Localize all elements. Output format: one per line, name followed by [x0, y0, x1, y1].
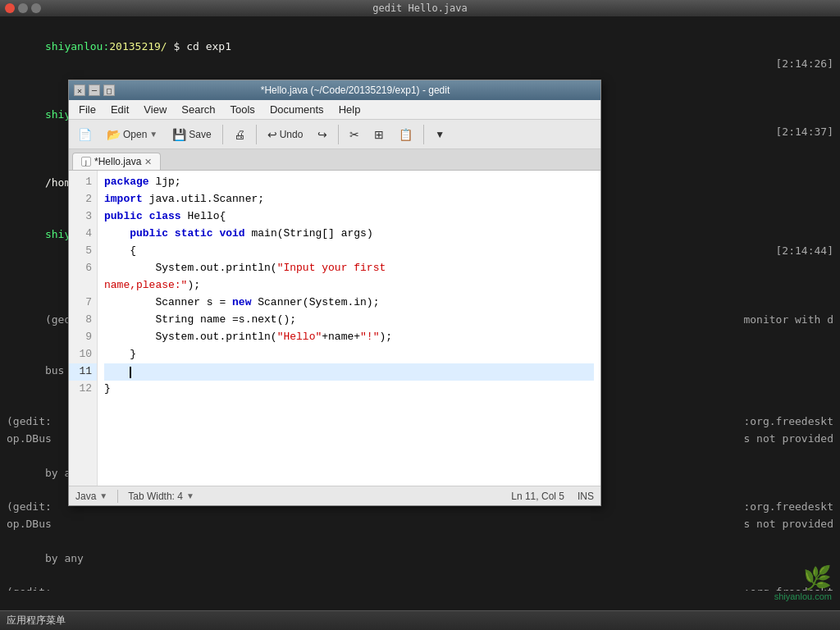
- taskbar: 应用程序菜单: [0, 610, 840, 630]
- kw-static: static: [175, 226, 213, 243]
- watermark: 🌿 shiyanlou.com: [774, 564, 832, 601]
- toolbar-sep-4: [423, 125, 424, 144]
- line-num-8: 8: [69, 312, 97, 329]
- line-num-3: 3: [69, 208, 97, 226]
- code-area[interactable]: package ljp; import java.util.Scanner; p…: [98, 171, 600, 486]
- print-icon: 🖨: [234, 128, 245, 141]
- string-1-cont: name,please:": [104, 277, 187, 294]
- status-tab-width[interactable]: Tab Width: 4 ▼: [128, 491, 194, 502]
- open-dropdown-arrow: ▼: [149, 130, 158, 139]
- gedit-min-btn[interactable]: ─: [89, 84, 100, 96]
- code-line-5: {: [104, 243, 594, 260]
- status-right: Ln 11, Col 5 INS: [511, 491, 594, 502]
- line-num-11: 11: [69, 363, 97, 381]
- menu-documents[interactable]: Documents: [263, 102, 331, 117]
- language-dropdown-arrow: ▼: [99, 491, 107, 500]
- terminal-line-11: op.DBus s not provided: [7, 516, 833, 533]
- kw-import: import: [104, 191, 143, 208]
- toolbar-redo-btn[interactable]: ↪: [312, 125, 333, 144]
- terminal-line-13: (gedit: :org.freedeskt: [7, 584, 833, 591]
- line-num-7: 7: [69, 294, 97, 312]
- toolbar-print-btn[interactable]: 🖨: [228, 125, 251, 144]
- kw-class: class: [149, 208, 181, 226]
- kw-public-3: public: [104, 208, 143, 226]
- string-2: "Hello": [277, 329, 322, 346]
- toolbar-paste-btn[interactable]: 📋: [393, 125, 418, 144]
- gedit-window: ✕ ─ □ *Hello.java (~/Code/20135219/exp1)…: [68, 80, 601, 506]
- status-sep-1: [117, 490, 118, 503]
- code-line-8: String name =s.next();: [104, 312, 594, 329]
- menu-help[interactable]: Help: [332, 102, 368, 117]
- terminal-window-controls: [5, 3, 41, 13]
- kw-void: void: [219, 226, 244, 243]
- line-num-9: 9: [69, 329, 97, 346]
- tab-width-label: Tab Width: 4: [128, 491, 183, 502]
- tab-file-icon: j: [81, 157, 91, 167]
- code-line-4: public static void main(String[] args): [104, 226, 594, 243]
- text-cursor: [130, 367, 131, 378]
- code-line-10: }: [104, 346, 594, 363]
- save-icon: 💾: [172, 128, 186, 141]
- terminal-line-12: by any: [7, 533, 833, 584]
- code-line-1: package ljp;: [104, 174, 594, 191]
- menu-file[interactable]: File: [72, 102, 103, 117]
- code-line-6-cont: name,please:");: [104, 277, 594, 294]
- kw-package: package: [104, 174, 149, 191]
- menu-view[interactable]: View: [137, 102, 173, 117]
- kw-public-4: public: [130, 226, 168, 243]
- redo-icon: ↪: [317, 128, 327, 141]
- language-label: Java: [75, 491, 96, 502]
- app-menu-label[interactable]: 应用程序菜单: [7, 614, 66, 628]
- undo-icon: ↩: [267, 128, 277, 141]
- toolbar-sep-1: [222, 125, 223, 144]
- toolbar-new-btn[interactable]: 📄: [72, 125, 98, 144]
- gedit-statusbar: Java ▼ Tab Width: 4 ▼ Ln 11, Col 5 INS: [69, 486, 600, 505]
- toolbar-copy-btn[interactable]: ⊞: [368, 125, 390, 144]
- gedit-titlebar: ✕ ─ □ *Hello.java (~/Code/20135219/exp1)…: [69, 80, 600, 100]
- gedit-menubar: File Edit View Search Tools Documents He…: [69, 100, 600, 120]
- line-num-1: 1: [69, 174, 97, 191]
- tab-label: *Hello.java: [94, 156, 141, 167]
- code-line-6: System.out.println("Input your first: [104, 260, 594, 277]
- gedit-tab-hello[interactable]: j *Hello.java ✕: [72, 153, 161, 170]
- toolbar-save-btn[interactable]: 💾 Save: [167, 125, 217, 144]
- paste-icon: 📋: [399, 128, 413, 141]
- terminal-max-btn[interactable]: [31, 3, 41, 13]
- toolbar-save-label: Save: [189, 129, 211, 140]
- terminal-min-btn[interactable]: [18, 3, 28, 13]
- toolbar-undo-btn[interactable]: ↩ Undo: [262, 125, 309, 144]
- watermark-logo: 🌿: [774, 564, 832, 591]
- toolbar-more-btn[interactable]: ▼: [429, 126, 450, 144]
- cursor-position: Ln 11, Col 5: [511, 491, 564, 502]
- line-num-10: 10: [69, 346, 97, 363]
- toolbar-undo-label: Undo: [280, 129, 304, 140]
- line-num-4: 4: [69, 226, 97, 243]
- toolbar-sep-2: [256, 125, 257, 144]
- menu-edit[interactable]: Edit: [104, 102, 135, 117]
- menu-tools[interactable]: Tools: [224, 102, 262, 117]
- toolbar-cut-btn[interactable]: ✂: [344, 125, 365, 144]
- copy-icon: ⊞: [374, 128, 384, 141]
- gedit-max-btn[interactable]: □: [103, 84, 115, 96]
- toolbar-sep-3: [338, 125, 339, 144]
- line-num-2: 2: [69, 191, 97, 208]
- code-line-7: Scanner s = new Scanner(System.in);: [104, 294, 594, 312]
- status-language[interactable]: Java ▼: [75, 491, 107, 502]
- tab-close-btn[interactable]: ✕: [144, 157, 152, 167]
- tab-width-dropdown-arrow: ▼: [186, 491, 194, 500]
- more-icon: ▼: [435, 129, 445, 140]
- gedit-toolbar: 📄 📂 Open ▼ 💾 Save 🖨 ↩ Undo ↪ ✂ ⊞: [69, 120, 600, 149]
- terminal-close-btn[interactable]: [5, 3, 15, 13]
- line-numbers: 1 2 3 4 5 6 7 8 9 10 11 12: [69, 171, 98, 486]
- gedit-close-btn[interactable]: ✕: [74, 84, 85, 96]
- new-file-icon: 📄: [78, 128, 92, 141]
- menu-search[interactable]: Search: [175, 102, 221, 117]
- code-line-2: import java.util.Scanner;: [104, 191, 594, 208]
- gedit-editor[interactable]: 1 2 3 4 5 6 7 8 9 10 11 12 package ljp; …: [69, 171, 600, 486]
- watermark-text: shiyanlou.com: [774, 591, 832, 601]
- terminal-title: gedit Hello.java: [372, 1, 468, 16]
- terminal-titlebar: gedit Hello.java: [0, 0, 840, 16]
- gedit-title: *Hello.java (~/Code/20135219/exp1) - ged…: [115, 84, 596, 96]
- insert-mode: INS: [578, 491, 594, 502]
- toolbar-open-btn[interactable]: 📂 Open ▼: [101, 125, 163, 144]
